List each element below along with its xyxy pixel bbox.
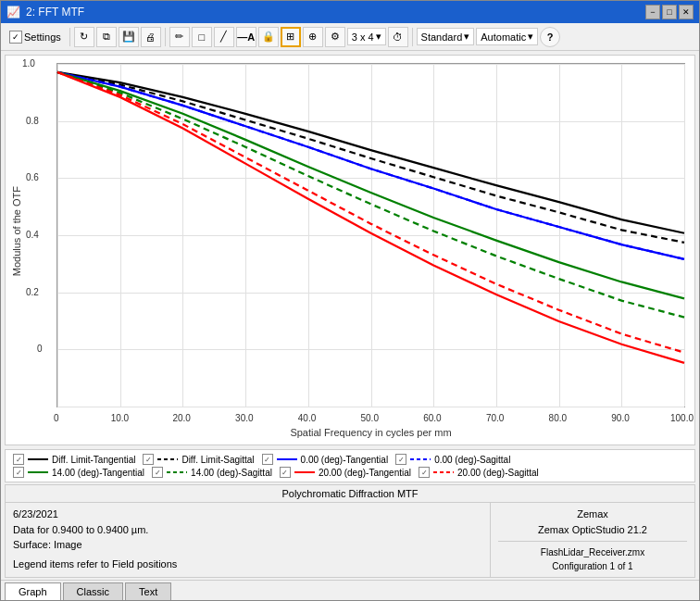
curve-14deg-sagittal <box>57 72 684 318</box>
grid-v-10 <box>684 64 685 407</box>
automatic-dropdown[interactable]: Automatic ▾ <box>476 28 538 45</box>
y-axis-label-wrapper: Modulus of the OTF <box>11 56 22 407</box>
legend-label-14deg-tang: 14.00 (deg)-Tangential <box>52 468 144 478</box>
legend-label-20deg-tang: 20.00 (deg)-Tangential <box>319 468 411 478</box>
info-date: 6/23/2021 <box>13 507 482 522</box>
chart-plot: 1.0 0.8 0.6 0.4 0.2 0 0 10.0 20.0 30.0 4… <box>56 63 685 407</box>
tab-graph[interactable]: Graph <box>5 582 61 600</box>
x-tick-50: 50.0 <box>361 413 379 423</box>
settings2-button[interactable]: ⚙ <box>325 27 345 47</box>
standard-chevron: ▾ <box>464 31 469 43</box>
chart-area: Modulus of the OTF <box>5 55 695 445</box>
y-axis-label: Modulus of the OTF <box>11 186 22 276</box>
standard-dropdown[interactable]: Standard ▾ <box>417 28 475 45</box>
settings-toggle[interactable]: ✓ Settings <box>5 28 66 46</box>
window-icon: 📈 <box>6 6 20 19</box>
legend-item-14deg-sag: ✓ 14.00 (deg)-Sagittal <box>152 467 272 478</box>
print-button[interactable]: 🖨 <box>141 27 161 47</box>
grid-toggle[interactable]: ⊞ <box>281 27 301 47</box>
legend-check-7[interactable]: ✓ <box>280 467 291 478</box>
grid-h-6 <box>57 407 684 407</box>
legend-item-0deg-tang: ✓ 0.00 (deg)-Tangential <box>262 454 389 465</box>
legend-item-14deg-tang: ✓ 14.00 (deg)-Tangential <box>13 467 144 478</box>
clock-button[interactable]: ⏱ <box>388 27 408 47</box>
legend-label-14deg-sag: 14.00 (deg)-Sagittal <box>191 468 272 478</box>
title-bar-left: 📈 2: FFT MTF <box>6 6 84 19</box>
grid-dropdown[interactable]: 3 x 4 ▾ <box>347 28 386 45</box>
main-window: 📈 2: FFT MTF − □ ✕ ✓ Settings ↻ ⧉ 💾 🖨 ✏ … <box>0 0 700 601</box>
legend-check-5[interactable]: ✓ <box>13 467 24 478</box>
chart-container: Modulus of the OTF <box>6 56 694 444</box>
info-config: Configuration 1 of 1 <box>498 559 687 573</box>
lock-button[interactable]: 🔒 <box>258 27 279 47</box>
legend-line-0deg-sag <box>410 457 431 461</box>
content-area: Modulus of the OTF <box>1 51 699 600</box>
line-button[interactable]: ╱ <box>214 27 234 47</box>
legend-check-4[interactable]: ✓ <box>395 454 406 465</box>
minimize-button[interactable]: − <box>645 5 660 19</box>
info-title: Polychromatic Diffraction MTF <box>6 485 694 503</box>
legend-row-2: ✓ 14.00 (deg)-Tangential ✓ 14.00 (deg)-S… <box>13 467 687 478</box>
info-left: 6/23/2021 Data for 0.9400 to 0.9400 µm. … <box>6 503 491 577</box>
legend-label-diff-sag: Diff. Limit-Sagittal <box>181 455 254 465</box>
close-button[interactable]: ✕ <box>679 5 694 19</box>
tab-classic[interactable]: Classic <box>63 582 123 600</box>
legend-line-20deg-sag <box>433 470 454 474</box>
info-panel-wrapper: Polychromatic Diffraction MTF 6/23/2021 … <box>5 484 695 578</box>
chart-svg <box>57 64 684 407</box>
info-right-bottom: FlashLidar_Receiver.zmx Configuration 1 … <box>498 541 687 573</box>
title-bar-controls: − □ ✕ <box>645 5 694 19</box>
pencil-button[interactable]: ✏ <box>169 27 190 47</box>
legend-check-6[interactable]: ✓ <box>152 467 163 478</box>
maximize-button[interactable]: □ <box>662 5 677 19</box>
standard-label: Standard <box>421 31 463 43</box>
save-button[interactable]: 💾 <box>119 27 139 47</box>
refresh-button[interactable]: ↻ <box>74 27 94 47</box>
y-tick-06: 0.6 <box>26 172 39 182</box>
curve-diff-sagittal <box>57 72 684 243</box>
legend-line-diff-sag <box>157 457 178 461</box>
settings-checkbox[interactable]: ✓ <box>9 31 22 44</box>
info-data-range: Data for 0.9400 to 0.9400 µm. <box>13 522 482 538</box>
automatic-label: Automatic <box>481 31 526 43</box>
layer-button[interactable]: ⊕ <box>303 27 323 47</box>
text-button[interactable]: —A <box>236 27 256 47</box>
legend-label-20deg-sag: 20.00 (deg)-Sagittal <box>457 468 539 478</box>
legend-line-diff-tang <box>28 458 48 460</box>
legend-item-diff-tang: ✓ Diff. Limit-Tangential <box>13 454 135 465</box>
grid-label: 3 x 4 <box>352 31 374 43</box>
rect-button[interactable]: □ <box>192 27 212 47</box>
legend-check-2[interactable]: ✓ <box>143 454 154 465</box>
y-tick-08: 0.8 <box>26 116 39 126</box>
legend-item-20deg-sag: ✓ 20.00 (deg)-Sagittal <box>419 467 539 478</box>
legend-label-0deg-tang: 0.00 (deg)-Tangential <box>301 455 389 465</box>
legend-check-3[interactable]: ✓ <box>262 454 273 465</box>
title-bar: 📈 2: FFT MTF − □ ✕ <box>1 1 699 23</box>
sep1 <box>69 28 70 46</box>
sep3 <box>412 28 413 46</box>
x-tick-80: 80.0 <box>549 413 567 423</box>
curve-20deg-sagittal <box>57 72 684 353</box>
x-tick-60: 60.0 <box>423 413 441 423</box>
x-tick-40: 40.0 <box>298 413 316 423</box>
info-surface: Surface: Image <box>13 537 482 553</box>
x-tick-70: 70.0 <box>486 413 504 423</box>
copy-button[interactable]: ⧉ <box>96 27 117 47</box>
legend-check-8[interactable]: ✓ <box>419 467 430 478</box>
settings-label: Settings <box>24 31 61 43</box>
info-version: Zemax OpticStudio 21.2 <box>498 522 687 538</box>
toolbar: ✓ Settings ↻ ⧉ 💾 🖨 ✏ □ ╱ —A 🔒 ⊞ ⊕ ⚙ 3 x … <box>1 23 699 51</box>
x-tick-0: 0 <box>54 413 59 423</box>
x-axis-label: Spatial Frequency in cycles per mm <box>290 427 451 438</box>
legend-check-1[interactable]: ✓ <box>13 454 24 465</box>
tabs-bar: Graph Classic Text <box>1 580 699 600</box>
legend-area: ✓ Diff. Limit-Tangential ✓ Diff. Limit-S… <box>5 449 695 482</box>
tab-text[interactable]: Text <box>125 582 171 600</box>
legend-line-14deg-sag <box>167 470 187 474</box>
info-body: 6/23/2021 Data for 0.9400 to 0.9400 µm. … <box>6 503 694 577</box>
help-button[interactable]: ? <box>540 27 560 47</box>
x-tick-20: 20.0 <box>172 413 190 423</box>
y-tick-04: 0.4 <box>26 230 39 240</box>
legend-item-0deg-sag: ✓ 0.00 (deg)-Sagittal <box>395 454 510 465</box>
legend-line-20deg-tang <box>294 471 315 473</box>
